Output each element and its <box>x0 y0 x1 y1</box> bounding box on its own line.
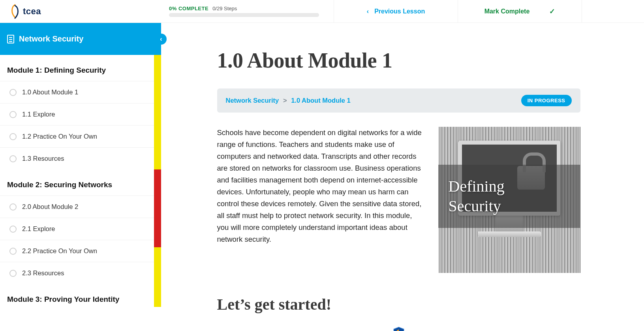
check-icon: ✓ <box>549 7 555 16</box>
lesson-2-3[interactable]: 2.3 Resources <box>0 262 161 284</box>
collapse-sidebar-button[interactable]: ‹ <box>156 34 167 45</box>
sidebar: Network Security ‹ Module 1: Defining Se… <box>0 23 161 331</box>
course-title: Network Security <box>19 34 83 43</box>
module-2: Module 2: Securing Networks 2.0 About Mo… <box>0 169 161 284</box>
hero-overlay-line2: Security <box>449 196 505 216</box>
lesson-2-1[interactable]: 2.1 Explore <box>0 218 161 240</box>
hero-overlay-text: Defining Security <box>449 177 505 216</box>
module-3: Module 3: Proving Your Identity <box>0 284 161 307</box>
lesson-label: 1.3 Resources <box>22 155 64 162</box>
breadcrumb-bar: Network Security > 1.0 About Module 1 IN… <box>217 88 580 113</box>
brand-name: tcea <box>23 6 41 17</box>
lesson-2-2[interactable]: 2.2 Practice On Your Own <box>0 240 161 262</box>
lesson-1-3[interactable]: 1.3 Resources <box>0 147 161 169</box>
percent-complete-label: 0% COMPLETE <box>169 6 208 11</box>
lesson-label: 2.0 About Module 2 <box>22 203 78 211</box>
intro-paragraph: Schools have become dependent on digital… <box>217 127 422 245</box>
status-circle-icon <box>9 133 17 140</box>
shield-icon <box>392 326 406 331</box>
status-circle-icon <box>9 111 17 118</box>
status-circle-icon <box>9 248 17 255</box>
status-badge: IN PROGRESS <box>521 95 572 106</box>
course-header[interactable]: Network Security ‹ <box>0 23 161 55</box>
module-stripe <box>154 55 161 169</box>
lesson-label: 1.1 Explore <box>22 111 55 118</box>
status-circle-icon <box>9 155 17 162</box>
monitor-base <box>478 231 541 237</box>
module-stripe <box>154 247 161 284</box>
mark-complete-button[interactable]: Mark Complete ✓ <box>458 0 582 23</box>
breadcrumb-separator: > <box>281 97 289 104</box>
page-title: 1.0 About Module 1 <box>217 48 580 73</box>
chevron-left-icon: ‹ <box>367 8 369 15</box>
module-3-title[interactable]: Module 3: Proving Your Identity <box>0 284 161 307</box>
module-1-title[interactable]: Module 1: Defining Security <box>0 55 161 81</box>
lets-get-started-heading: Let’s get started! <box>217 295 580 314</box>
progress-bar <box>169 13 319 17</box>
status-circle-icon <box>9 270 17 277</box>
document-icon <box>7 35 14 43</box>
status-circle-icon <box>9 226 17 233</box>
lesson-label: 2.2 Practice On Your Own <box>22 247 97 255</box>
breadcrumb-current: 1.0 About Module 1 <box>291 97 351 104</box>
logo-cell: tcea <box>0 0 161 23</box>
brand-logo[interactable]: tcea <box>9 4 41 19</box>
mark-complete-label: Mark Complete <box>484 8 530 15</box>
hero-overlay-line1: Defining <box>449 177 505 196</box>
previous-lesson-button[interactable]: ‹ Previous Lesson <box>334 0 458 23</box>
steps-label: 0/29 Steps <box>212 6 237 11</box>
status-circle-icon <box>9 89 17 96</box>
lesson-label: 2.3 Resources <box>22 269 64 277</box>
lesson-label: 1.0 About Module 1 <box>22 88 78 96</box>
progress-cell: 0% COMPLETE 0/29 Steps <box>161 0 334 23</box>
lesson-label: 2.1 Explore <box>22 225 55 233</box>
lesson-2-0[interactable]: 2.0 About Module 2 <box>0 196 161 218</box>
breadcrumb: Network Security > 1.0 About Module 1 <box>226 97 351 104</box>
lesson-1-1[interactable]: 1.1 Explore <box>0 103 161 125</box>
breadcrumb-root[interactable]: Network Security <box>226 97 279 104</box>
status-circle-icon <box>9 203 17 211</box>
module-2-title[interactable]: Module 2: Securing Networks <box>0 169 161 196</box>
module-stripe <box>154 284 161 307</box>
hero-overlay: Defining Security <box>438 165 580 228</box>
module-stripe <box>154 169 161 247</box>
lesson-1-2[interactable]: 1.2 Practice On Your Own <box>0 125 161 147</box>
hero-image: Defining Security <box>438 127 580 273</box>
main-content: 1.0 About Module 1 Network Security > 1.… <box>161 23 644 331</box>
previous-lesson-label: Previous Lesson <box>374 8 425 15</box>
lesson-1-0[interactable]: 1.0 About Module 1 <box>0 81 161 103</box>
lesson-label: 1.2 Practice On Your Own <box>22 133 97 140</box>
topbar-spacer <box>582 0 644 23</box>
section-divider <box>217 326 580 331</box>
top-bar: tcea 0% COMPLETE 0/29 Steps ‹ Previous L… <box>0 0 644 23</box>
brand-swirl-icon <box>9 4 21 19</box>
module-1: Module 1: Defining Security 1.0 About Mo… <box>0 55 161 169</box>
